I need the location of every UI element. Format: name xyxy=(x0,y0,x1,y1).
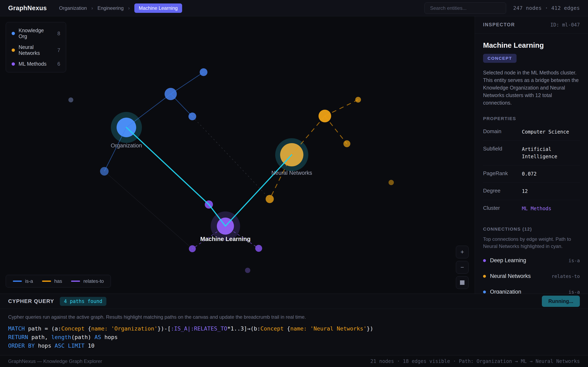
property-value: Artificial Intelligence xyxy=(522,146,580,160)
run-query-button[interactable]: Running... xyxy=(542,296,580,307)
property-row: ClusterML Methods xyxy=(483,200,580,217)
query-code-line: MATCH path = (a:Concept {name: 'Organiza… xyxy=(8,324,580,333)
code-token: ASC xyxy=(55,342,65,349)
connection-cluster-dot xyxy=(483,275,486,278)
connections-section-label: CONNECTIONS (12) xyxy=(483,226,580,232)
connection-cluster-dot xyxy=(483,259,486,262)
edge-legend-item: has xyxy=(42,278,62,284)
inspector-header: INSPECTOR ID: ml-047 xyxy=(475,16,588,33)
graph-canvas[interactable]: OrganizationNeural NetworksMachine Learn… xyxy=(0,16,475,294)
code-token: Concept xyxy=(260,325,284,332)
breadcrumb-separator: › xyxy=(91,5,93,11)
code-token: MATCH xyxy=(8,325,25,332)
code-token: })-[ xyxy=(158,325,171,332)
connection-row[interactable]: Neural Networksrelates-to xyxy=(483,268,580,284)
edge-legend-label: has xyxy=(54,278,62,284)
code-token: (path) xyxy=(71,334,95,340)
code-token: }) xyxy=(367,325,373,332)
inspector-title: INSPECTOR xyxy=(483,22,515,27)
edge-legend-label: is-a xyxy=(25,278,33,284)
property-row: SubfieldArtificial Intelligence xyxy=(483,141,580,165)
status-bar: GraphNexus — Knowledge Graph Explorer 21… xyxy=(0,355,588,367)
search-input[interactable] xyxy=(424,2,506,14)
connection-relation: is-a xyxy=(569,289,580,294)
code-token: path, xyxy=(28,334,52,340)
minus-icon: − xyxy=(460,264,464,271)
node-type-badge: CONCEPT xyxy=(483,54,517,63)
code-token: name: xyxy=(290,325,307,332)
query-code-editor[interactable]: MATCH path = (a:Concept {name: 'Organiza… xyxy=(0,320,588,355)
code-token: length xyxy=(51,334,71,340)
code-token xyxy=(108,325,111,332)
zoom-out-button[interactable]: − xyxy=(456,261,468,274)
edge-color-swatch xyxy=(71,281,80,282)
fit-view-button[interactable] xyxy=(456,276,468,289)
graph-canvas-svg: OrganizationNeural NetworksMachine Learn… xyxy=(0,16,475,294)
zoom-controls: + − xyxy=(456,246,468,289)
property-value: 12 xyxy=(522,188,528,195)
code-token: { xyxy=(284,325,290,332)
code-token: Concept xyxy=(61,325,85,332)
highlighted-query-path xyxy=(126,127,292,226)
cypher-query-panel: CYPHER QUERY 4 paths found Running... Cy… xyxy=(0,294,588,355)
cluster-legend-label: Neural Networks xyxy=(18,44,54,56)
property-value: 0.072 xyxy=(522,170,536,178)
connection-row[interactable]: Organizationis-a xyxy=(483,284,580,294)
graph-node-p4[interactable] xyxy=(245,268,250,273)
cluster-legend-item[interactable]: ML Methods6 xyxy=(12,61,60,67)
code-token: path = (a: xyxy=(25,325,61,332)
property-label: Cluster xyxy=(483,205,522,212)
edge-color-swatch xyxy=(42,281,51,282)
graph-node-o5[interactable] xyxy=(389,180,394,185)
edge-legend-label: relates-to xyxy=(83,278,104,284)
status-graph-summary: 21 nodes · 18 edges visible · Path: Orga… xyxy=(370,359,580,364)
properties-table: DomainComputer ScienceSubfieldArtificial… xyxy=(483,123,580,217)
property-row: Degree12 xyxy=(483,183,580,200)
connection-name: Neural Networks xyxy=(490,273,548,279)
paths-found-badge: 4 paths found xyxy=(60,297,106,306)
app-logo: GraphNexus xyxy=(8,4,47,12)
fit-view-icon xyxy=(460,280,465,285)
cluster-legend: Knowledge Org8Neural Networks7ML Methods… xyxy=(6,22,66,72)
query-panel-title: CYPHER QUERY xyxy=(8,298,54,304)
code-token: LIMIT xyxy=(68,342,85,349)
node-label-org: Organization xyxy=(111,142,142,149)
cluster-color-dot xyxy=(12,62,15,66)
graph-edge-b3-o4 xyxy=(192,117,270,199)
inspector-panel: INSPECTOR ID: ml-047 Machine Learning CO… xyxy=(475,16,588,294)
top-bar: GraphNexus Organization›Engineering›Mach… xyxy=(0,0,588,16)
cluster-legend-item[interactable]: Neural Networks7 xyxy=(12,44,60,56)
node-id: ID: ml-047 xyxy=(550,22,580,28)
cluster-legend-count: 6 xyxy=(57,61,60,67)
graph-edge-o2-nn xyxy=(292,116,325,155)
cluster-legend-item[interactable]: Knowledge Org8 xyxy=(12,27,60,39)
edge-type-legend: is-ahasrelates-to xyxy=(6,275,111,287)
graph-edge-b5-p2 xyxy=(104,171,192,249)
node-label-ml: Machine Learning xyxy=(200,236,251,242)
graph-node-b4[interactable] xyxy=(68,98,73,102)
connection-row[interactable]: Deep Learningis-a xyxy=(483,253,580,268)
cluster-color-dot xyxy=(12,32,15,35)
property-label: Subfield xyxy=(483,146,522,160)
property-row: DomainComputer Science xyxy=(483,123,580,141)
property-label: PageRank xyxy=(483,170,522,178)
connection-name: Organization xyxy=(490,289,564,294)
cluster-color-dot xyxy=(12,49,15,52)
cluster-legend-count: 7 xyxy=(57,47,60,53)
breadcrumb: Organization›Engineering›Machine Learnin… xyxy=(59,3,182,13)
connection-cluster-dot xyxy=(483,291,486,293)
properties-section-label: PROPERTIES xyxy=(483,116,580,121)
property-label: Domain xyxy=(483,128,522,136)
status-app-label: GraphNexus — Knowledge Graph Explorer xyxy=(8,359,102,364)
code-token: :IS_A|:RELATES_TO xyxy=(171,325,227,332)
code-token: name: xyxy=(91,325,108,332)
cluster-legend-count: 8 xyxy=(57,31,60,36)
breadcrumb-item-machine-learning[interactable]: Machine Learning xyxy=(134,3,182,13)
graph-edge-b1-b2 xyxy=(171,72,204,94)
zoom-in-button[interactable]: + xyxy=(456,246,468,258)
edge-legend-item: relates-to xyxy=(71,278,104,284)
code-token: 'Organization' xyxy=(111,325,158,332)
breadcrumb-item-organization[interactable]: Organization xyxy=(59,5,87,11)
breadcrumb-item-engineering[interactable]: Engineering xyxy=(97,5,123,11)
breadcrumb-separator: › xyxy=(128,5,130,11)
